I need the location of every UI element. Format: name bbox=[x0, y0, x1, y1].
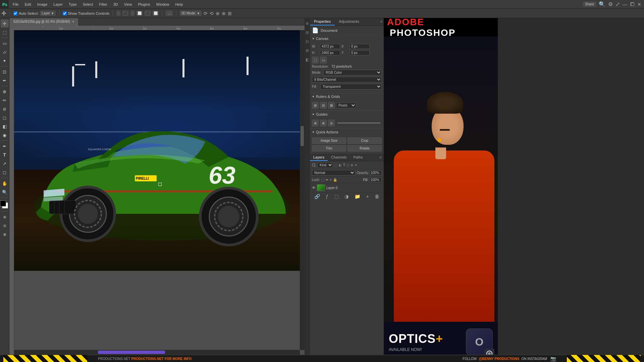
tool-clone[interactable]: ⊘ bbox=[1, 105, 9, 113]
add-layer-btn[interactable]: + bbox=[366, 194, 369, 199]
lock-position-icon[interactable]: ✒ bbox=[326, 178, 328, 182]
guides-icon-2[interactable]: ⊗ bbox=[320, 120, 327, 126]
filter-adj-icon[interactable]: ◐ bbox=[339, 163, 342, 167]
tool-extra-2[interactable]: ⊟ bbox=[1, 222, 9, 230]
vertical-scrollbar-thumb[interactable] bbox=[301, 126, 304, 146]
menu-edit[interactable]: Edit bbox=[22, 2, 34, 7]
menu-filter[interactable]: Filter bbox=[96, 2, 110, 7]
tool-brush[interactable]: ✏ bbox=[1, 96, 9, 104]
menu-view[interactable]: View bbox=[121, 2, 135, 7]
menu-window[interactable]: Window bbox=[154, 2, 172, 7]
layers-panel-menu-btn[interactable]: ≡ bbox=[378, 154, 384, 161]
3d-pan-icon[interactable]: ⊕ bbox=[216, 11, 220, 16]
image-size-btn[interactable]: Image Size bbox=[312, 137, 346, 144]
tool-shape[interactable]: ◻ bbox=[1, 168, 9, 176]
filter-text-icon[interactable]: T bbox=[343, 163, 345, 167]
ruler-icon-btn[interactable]: ⊞ bbox=[312, 102, 319, 109]
lock-pixels-icon[interactable]: ⬚ bbox=[321, 178, 324, 182]
filter-shape-icon[interactable]: ◻ bbox=[346, 163, 349, 167]
add-adjustment-btn[interactable]: ◑ bbox=[344, 194, 348, 199]
search-icon[interactable]: 🔍 bbox=[599, 1, 605, 7]
side-icon-4[interactable]: ⊠ bbox=[305, 47, 310, 55]
horizontal-scrollbar-thumb[interactable] bbox=[98, 351, 165, 354]
3d-slide-icon[interactable]: ⊗ bbox=[222, 11, 226, 16]
trim-btn[interactable]: Trim bbox=[312, 145, 346, 152]
tool-marquee[interactable]: ▭ bbox=[1, 39, 9, 47]
canvas-section-header[interactable]: ▼ Canvas bbox=[310, 35, 384, 42]
menu-plugins[interactable]: Plugins bbox=[135, 2, 153, 7]
align-bottom-btn[interactable]: ⬜ bbox=[153, 11, 159, 16]
settings-icon[interactable]: ⚙ bbox=[608, 1, 613, 7]
panel-menu-btn[interactable]: ≡ bbox=[379, 18, 384, 25]
3d-orbit-icon[interactable]: ⟳ bbox=[204, 11, 208, 16]
canvas-image[interactable]: 63 PIRELLI SQUADRA CORSE bbox=[14, 30, 305, 271]
tool-gradient[interactable]: ◧ bbox=[1, 122, 9, 130]
side-icon-5[interactable]: ◧ bbox=[305, 56, 310, 64]
tool-text[interactable]: T bbox=[1, 151, 9, 159]
guides-header[interactable]: ▼ Guides bbox=[310, 111, 384, 118]
align-left-btn[interactable]: ⬝ bbox=[116, 11, 120, 16]
tool-wand[interactable]: ✦ bbox=[1, 57, 9, 65]
tool-path[interactable]: ↗ bbox=[1, 160, 9, 168]
3d-mode-dropdown[interactable]: 3D Mode: ▼ bbox=[180, 11, 202, 16]
tool-pen[interactable]: ✒ bbox=[1, 142, 9, 150]
restore-icon[interactable]: ⧠ bbox=[630, 2, 635, 7]
opacity-input[interactable] bbox=[370, 170, 382, 175]
filter-pixel-icon[interactable]: ⬚ bbox=[334, 163, 337, 167]
tool-hand[interactable]: ✋ bbox=[1, 179, 9, 187]
auto-select-dropdown[interactable]: Layer ▼ bbox=[40, 11, 56, 16]
menu-help[interactable]: Help bbox=[173, 2, 186, 7]
canvas-wrapper[interactable]: 100 200 300 400 500 600 bbox=[9, 25, 305, 355]
tool-dodge[interactable]: ◉ bbox=[1, 131, 9, 139]
blend-mode-select[interactable]: Normal Multiply Screen bbox=[312, 170, 355, 176]
menu-file[interactable]: File bbox=[10, 2, 21, 7]
menu-type[interactable]: Type bbox=[66, 2, 79, 7]
expand-icon[interactable]: ⤢ bbox=[615, 1, 620, 7]
add-group-btn[interactable]: 📁 bbox=[355, 194, 360, 199]
document-tab[interactable]: 62616ef8105b.jpg @ 82.4% (RGB/8#) × bbox=[9, 18, 78, 25]
guides-icon-3[interactable]: ⊘ bbox=[328, 120, 335, 126]
tab-channels[interactable]: Channels bbox=[328, 154, 350, 161]
app-icon[interactable]: Ps bbox=[0, 0, 9, 9]
horizontal-scrollbar[interactable] bbox=[14, 350, 300, 355]
rotate-btn[interactable]: Rotate bbox=[347, 145, 382, 152]
side-icon-3[interactable]: ⊟ bbox=[305, 38, 310, 46]
crop-btn[interactable]: Crop bbox=[347, 137, 382, 144]
guides-icon-btn[interactable]: ⊠ bbox=[328, 102, 335, 109]
tool-healing[interactable]: ⊕ bbox=[1, 87, 9, 96]
filter-effect-icon[interactable]: ✦ bbox=[355, 163, 357, 167]
menu-layer[interactable]: Layer bbox=[51, 2, 65, 7]
add-mask-btn[interactable]: ⬚ bbox=[334, 194, 339, 199]
tool-eraser[interactable]: ◻ bbox=[1, 114, 9, 122]
auto-select-checkbox[interactable] bbox=[13, 11, 17, 15]
delete-layer-btn[interactable]: 🗑 bbox=[375, 194, 379, 199]
filter-kind-select[interactable]: Kind bbox=[317, 162, 333, 168]
guides-icon-1[interactable]: ⊕ bbox=[312, 120, 319, 126]
transform-checkbox[interactable] bbox=[63, 11, 67, 15]
width-input[interactable] bbox=[320, 44, 340, 49]
canvas-portrait-btn[interactable]: ⬚ bbox=[312, 57, 319, 63]
tool-extra-1[interactable]: ⊞ bbox=[1, 213, 9, 221]
layer-visibility-eye[interactable]: 👁 bbox=[312, 186, 316, 190]
quick-actions-header[interactable]: ▼ Quick Actions bbox=[310, 129, 384, 135]
layer-0-item[interactable]: 👁 Layer 0 bbox=[310, 183, 384, 192]
tool-move[interactable]: ✛ bbox=[1, 19, 9, 27]
3d-scale-icon[interactable]: ⊞ bbox=[228, 11, 232, 16]
guide-color-bar[interactable] bbox=[337, 123, 380, 123]
minimize-icon[interactable]: — bbox=[623, 2, 627, 7]
more-options-btn[interactable]: ... bbox=[166, 11, 172, 16]
add-style-btn[interactable]: ƒ bbox=[326, 194, 328, 199]
height-input[interactable] bbox=[320, 50, 340, 55]
depth-select[interactable]: 8 Bits/Channel 16 Bits/Channel 32 Bits/C… bbox=[312, 77, 382, 82]
tool-zoom[interactable]: 🔍 bbox=[1, 188, 9, 196]
vertical-scrollbar[interactable] bbox=[300, 30, 305, 350]
fill-select[interactable]: Transparent White Black bbox=[320, 84, 382, 89]
tool-crop[interactable]: ⊡ bbox=[1, 68, 9, 76]
rulers-unit-select[interactable]: Pixels Inches Centimeters bbox=[336, 103, 356, 108]
tab-properties[interactable]: Properties bbox=[310, 18, 335, 25]
align-center-btn[interactable]: ⬛ bbox=[122, 11, 128, 16]
side-icon-2[interactable]: ⊞ bbox=[305, 28, 310, 37]
close-icon[interactable]: ✕ bbox=[637, 2, 641, 7]
align-top-btn[interactable]: ⬜ bbox=[137, 11, 143, 16]
menu-select[interactable]: Select bbox=[80, 2, 96, 7]
